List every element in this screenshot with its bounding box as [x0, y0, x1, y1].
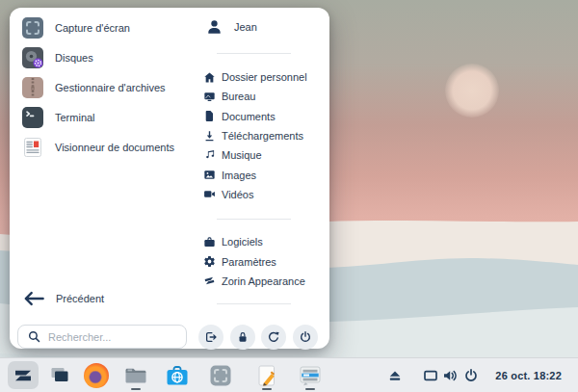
app-item-label: Gestionnaire d'archives	[55, 82, 166, 93]
user-menu-item[interactable]: Jean	[202, 15, 329, 39]
place-item-label: Dossier personnel	[222, 71, 307, 83]
app-item-screenshot[interactable]: Capture d'écran	[21, 13, 197, 42]
taskbar-text-editor-button[interactable]	[254, 363, 279, 388]
place-item-label: Vidéos	[222, 189, 253, 200]
document-icon	[203, 110, 216, 122]
text-editor-icon	[254, 363, 279, 388]
disks-app-icon	[21, 46, 44, 69]
place-item-label: Bureau	[222, 91, 255, 102]
document-viewer-app-icon	[21, 136, 44, 159]
start-menu: Capture d'écran Disques	[10, 8, 329, 349]
terminal-app-icon	[21, 106, 44, 129]
menu-item-label: Zorin Appearance	[222, 275, 305, 287]
taskbar-screenshot-button[interactable]	[208, 363, 233, 388]
lock-icon	[236, 330, 250, 344]
back-button[interactable]: Précédent	[23, 289, 104, 308]
app-item-archive-manager[interactable]: Gestionnaire d'archives	[21, 72, 197, 102]
eject-icon	[387, 368, 403, 383]
app-item-label: Terminal	[55, 112, 95, 123]
briefcase-icon	[203, 236, 216, 248]
home-icon	[203, 71, 216, 84]
app-item-disks[interactable]: Disques	[21, 42, 197, 72]
places-list: Dossier personnel Bureau Documents	[202, 67, 329, 204]
volume-tray-icon[interactable]	[442, 368, 458, 383]
software-store-icon	[165, 363, 190, 388]
running-indicator	[305, 388, 315, 390]
search-input[interactable]	[17, 325, 187, 349]
app-item-terminal[interactable]: Terminal	[21, 102, 197, 132]
place-item-label: Téléchargements	[222, 130, 303, 142]
place-item-desktop[interactable]: Bureau	[202, 87, 329, 106]
divider	[217, 53, 291, 54]
taskbar-clock[interactable]: 26 oct. 18:22	[495, 358, 562, 392]
app-item-label: Visionneur de documents	[55, 142, 174, 153]
search-bar	[17, 325, 187, 349]
screenshot-tool-icon	[208, 363, 233, 388]
taskbar-files-button[interactable]	[123, 363, 148, 388]
taskbar-firefox-button[interactable]	[84, 363, 109, 388]
system-list: Logiciels Paramètres Zorin Appe	[202, 232, 329, 291]
archive-manager-app-icon	[21, 76, 44, 99]
menu-item-zorin-appearance[interactable]: Zorin Appearance	[202, 272, 329, 291]
back-label: Précédent	[56, 293, 104, 304]
taskbar-software-button[interactable]	[165, 363, 190, 388]
running-indicator	[131, 388, 141, 390]
zorin-menu-icon	[12, 364, 35, 387]
app-item-label: Capture d'écran	[55, 22, 130, 34]
place-item-downloads[interactable]: Téléchargements	[202, 126, 329, 145]
app-item-label: Disques	[55, 52, 93, 64]
place-item-label: Images	[222, 170, 256, 181]
menu-item-label: Paramètres	[222, 256, 276, 268]
download-icon	[203, 130, 216, 143]
divider	[217, 219, 291, 220]
moon	[445, 64, 499, 118]
eject-tray-icon[interactable]	[387, 368, 403, 383]
search-icon	[28, 330, 40, 343]
video-camera-icon	[203, 188, 216, 200]
taskbar-list-app-button[interactable]	[298, 363, 323, 388]
back-arrow-icon	[23, 291, 44, 306]
taskbar: 26 oct. 18:22	[0, 357, 578, 392]
display-icon	[423, 368, 438, 383]
menu-right-column: Jean Dossier personnel Bureau	[202, 8, 329, 304]
files-folder-icon	[123, 363, 148, 388]
place-item-label: Musique	[222, 149, 262, 161]
logout-button[interactable]	[198, 325, 223, 350]
app-item-document-viewer[interactable]: Visionneur de documents	[21, 132, 197, 162]
place-item-label: Documents	[222, 111, 276, 122]
user-avatar-icon	[205, 18, 223, 37]
place-item-documents[interactable]: Documents	[202, 107, 329, 126]
gear-icon	[203, 255, 216, 268]
logout-icon	[204, 330, 218, 344]
power-tray-icon[interactable]	[463, 368, 479, 383]
divider	[217, 303, 291, 304]
display-tray-icon[interactable]	[423, 368, 438, 383]
taskbar-zorin-menu-button[interactable]	[8, 361, 39, 389]
menu-item-software[interactable]: Logiciels	[202, 232, 329, 251]
app-list: Capture d'écran Disques	[21, 13, 197, 162]
place-item-pictures[interactable]: Images	[202, 165, 329, 184]
user-name: Jean	[234, 21, 257, 33]
music-note-icon	[203, 149, 216, 162]
zorin-logo-icon	[203, 274, 216, 287]
running-indicator	[262, 388, 272, 390]
restart-icon	[267, 330, 280, 344]
menu-item-label: Logiciels	[222, 236, 263, 248]
volume-icon	[442, 368, 458, 383]
taskbar-task-view-button[interactable]	[47, 363, 72, 388]
session-buttons	[198, 325, 318, 350]
image-icon	[203, 169, 216, 181]
place-item-music[interactable]: Musique	[202, 145, 329, 165]
place-item-videos[interactable]: Vidéos	[202, 185, 329, 204]
lock-button[interactable]	[230, 325, 255, 350]
power-button[interactable]	[293, 325, 318, 350]
desktop-icon	[203, 91, 216, 103]
place-item-home[interactable]: Dossier personnel	[202, 67, 329, 87]
menu-item-settings[interactable]: Paramètres	[202, 251, 329, 271]
desktop: Capture d'écran Disques	[0, 0, 578, 392]
list-app-icon	[298, 363, 323, 388]
restart-button[interactable]	[261, 325, 286, 350]
task-view-icon	[47, 363, 72, 388]
screenshot-app-icon	[21, 16, 44, 39]
power-icon	[299, 330, 312, 344]
